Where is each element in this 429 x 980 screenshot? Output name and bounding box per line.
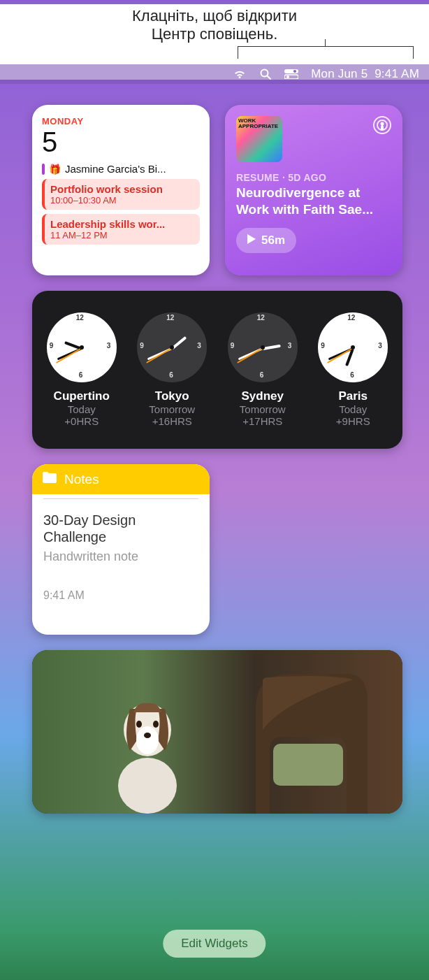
podcast-artwork: WORK APPROPRIATE: [236, 116, 282, 162]
clock-paris: 12369ParisToday+9HRS: [318, 312, 388, 427]
calendar-event-1: Portfolio work session 10:00–10:30 AM: [42, 179, 200, 210]
folder-icon: [42, 471, 57, 487]
podcasts-icon: [372, 115, 393, 136]
podcast-title: Neurodivergence at Work with Faith Sae..…: [236, 185, 391, 218]
edit-widgets-button[interactable]: Edit Widgets: [163, 930, 266, 958]
svg-point-3: [293, 70, 296, 73]
callout-line2: Центр сповіщень.: [0, 25, 429, 43]
calendar-birthday-text: Jasmine Garcia's Bi...: [65, 163, 166, 175]
notes-rule: [43, 498, 198, 499]
calendar-event-1-time: 10:00–10:30 AM: [50, 195, 194, 206]
clock-day: Today: [68, 403, 96, 415]
svg-point-12: [136, 726, 159, 754]
notes-header-label: Notes: [64, 472, 99, 487]
podcast-art-label: WORK APPROPRIATE: [238, 118, 282, 129]
wifi-icon[interactable]: [233, 69, 247, 80]
svg-point-14: [153, 721, 159, 728]
podcast-meta: RESUME · 5D AGO: [236, 172, 391, 183]
clock-offset: +9HRS: [336, 415, 370, 427]
svg-point-8: [381, 122, 384, 126]
clock-cupertino: 12369CupertinoToday+0HRS: [47, 312, 117, 427]
podcast-play-button[interactable]: 56m: [236, 228, 296, 253]
notes-time: 9:41 AM: [43, 589, 198, 602]
svg-rect-16: [273, 744, 343, 786]
widgets-area: MONDAY 5 🎁 Jasmine Garcia's Bi... Portfo…: [32, 105, 405, 814]
clock-tokyo: 12369TokyoTomorrow+16HRS: [137, 312, 207, 427]
calendar-birthday-row: 🎁 Jasmine Garcia's Bi...: [42, 163, 200, 175]
photo-dog: [95, 674, 200, 814]
clock-offset: +16HRS: [152, 415, 192, 427]
spotlight-icon[interactable]: [259, 68, 272, 80]
control-center-icon[interactable]: [284, 69, 298, 79]
clock-face: 12369: [137, 312, 207, 382]
notes-header: Notes: [32, 464, 210, 494]
svg-point-13: [136, 721, 142, 728]
gift-icon: 🎁: [49, 164, 61, 175]
clock-offset: +0HRS: [64, 415, 99, 427]
clock-city: Paris: [338, 389, 368, 403]
svg-rect-9: [381, 125, 384, 131]
callout-bracket: [238, 46, 414, 59]
callout-line1: Клацніть, щоб відкрити: [0, 7, 429, 25]
menubar-date: Mon Jun 5: [311, 67, 368, 80]
menubar-datetime[interactable]: Mon Jun 5 9:41 AM: [311, 67, 419, 81]
calendar-event-1-title: Portfolio work session: [50, 183, 194, 195]
play-icon: [247, 233, 256, 247]
menubar: Mon Jun 5 9:41 AM: [0, 64, 429, 84]
calendar-day-label: MONDAY: [42, 116, 200, 127]
world-clock-widget[interactable]: 12369CupertinoToday+0HRS12369TokyoTomorr…: [32, 291, 402, 449]
clock-face: 12369: [228, 312, 298, 382]
notes-subtitle: Handwritten note: [43, 549, 198, 564]
notes-title: 30-Day Design Challenge: [43, 512, 198, 545]
clock-city: Sydney: [242, 389, 284, 403]
menubar-time: 9:41 AM: [375, 67, 419, 80]
calendar-event-2-time: 11 AM–12 PM: [50, 230, 194, 240]
notes-widget[interactable]: Notes 30-Day Design Challenge Handwritte…: [32, 464, 210, 635]
podcast-duration: 56m: [261, 233, 285, 247]
clock-city: Tokyo: [155, 389, 189, 403]
photos-widget[interactable]: [32, 650, 402, 814]
svg-point-5: [286, 75, 289, 78]
svg-line-1: [268, 76, 271, 80]
calendar-event-2: Leadership skills wor... 11 AM–12 PM: [42, 214, 200, 245]
clock-city: Cupertino: [54, 389, 110, 403]
calendar-event-2-title: Leadership skills wor...: [50, 218, 194, 230]
calendar-widget[interactable]: MONDAY 5 🎁 Jasmine Garcia's Bi... Portfo…: [32, 105, 210, 275]
clock-day: Tomorrow: [149, 403, 195, 415]
clock-face: 12369: [47, 312, 117, 382]
clock-day: Tomorrow: [240, 403, 286, 415]
clock-day: Today: [339, 403, 367, 415]
svg-point-15: [144, 733, 151, 738]
event-color-bar: [42, 164, 45, 175]
svg-point-10: [118, 758, 177, 814]
calendar-day-number: 5: [42, 128, 200, 156]
clock-face: 12369: [318, 312, 388, 382]
clock-sydney: 12369SydneyTomorrow+17HRS: [228, 312, 298, 427]
podcast-widget[interactable]: WORK APPROPRIATE RESUME · 5D AGO Neurodi…: [225, 105, 402, 275]
clock-offset: +17HRS: [242, 415, 282, 427]
photo-chair: [242, 667, 381, 814]
